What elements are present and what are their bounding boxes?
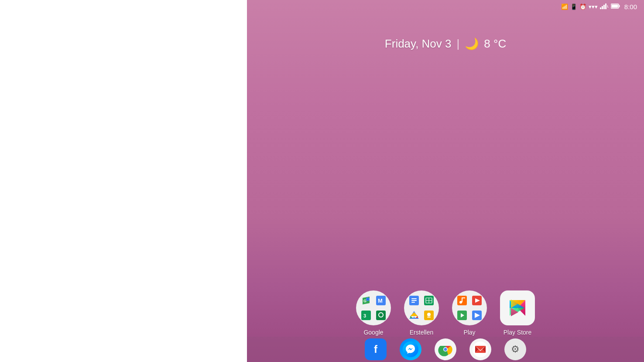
app-dock: G M 3 <box>247 290 644 336</box>
date-weather-widget: Friday, Nov 3 | 🌙 8 °C <box>247 37 644 51</box>
play-store-app[interactable]: Play Store <box>500 290 535 336</box>
svg-rect-20 <box>411 298 417 299</box>
bottom-dock: f <box>247 337 644 362</box>
status-icons: 📶 📱 ⏰ ▾▾▾ LTE <box>561 3 637 10</box>
svg-rect-0 <box>600 7 601 9</box>
play-movies-mini-icon <box>456 309 469 322</box>
svg-rect-6 <box>619 5 620 7</box>
svg-rect-7 <box>611 5 618 8</box>
svg-text:M: M <box>378 297 383 304</box>
play-store-label: Play Store <box>504 329 532 336</box>
play-label: Play <box>463 329 475 336</box>
vibrate-icon: 📱 <box>570 4 577 10</box>
svg-point-35 <box>427 313 431 316</box>
maps-full-icon: M <box>374 294 387 307</box>
google-icon[interactable]: G M 3 <box>356 290 391 325</box>
svg-text:3: 3 <box>363 313 366 318</box>
wifi-icon: ▾▾▾ <box>589 4 598 10</box>
drive-mini-icon <box>408 309 421 322</box>
erstellen-icon[interactable] <box>404 290 439 325</box>
left-panel <box>0 0 247 362</box>
erstellen-label: Erstellen <box>410 329 433 336</box>
svg-text:LTE: LTE <box>607 5 609 8</box>
keep-mini-icon <box>422 309 435 322</box>
play-music-mini-icon <box>456 294 469 307</box>
svg-rect-36 <box>427 317 431 318</box>
date-text: Friday, Nov 3 <box>385 37 452 51</box>
play-store-svg <box>505 296 530 320</box>
google-app[interactable]: G M 3 <box>356 290 391 336</box>
maps-mini-icon: G <box>360 294 373 307</box>
signal-icon: LTE <box>600 3 609 10</box>
svg-rect-21 <box>411 300 417 301</box>
gmail-dock-icon[interactable] <box>469 338 491 360</box>
chrome-dock-icon[interactable] <box>435 338 456 360</box>
settings-dock-icon[interactable]: ⚙ <box>504 338 526 360</box>
battery-icon <box>611 3 620 10</box>
alarm-icon: ⏰ <box>579 4 586 10</box>
facebook-dock-icon[interactable]: f <box>365 338 387 360</box>
status-time: 8:00 <box>624 3 637 10</box>
svg-point-11 <box>367 298 369 300</box>
svg-rect-2 <box>603 5 605 9</box>
phone-screen: 📶 📱 ⏰ ▾▾▾ LTE <box>247 0 644 362</box>
svg-point-18 <box>379 313 383 317</box>
svg-rect-22 <box>411 302 415 303</box>
weather-moon-icon: 🌙 <box>465 37 479 51</box>
messenger-dock-icon[interactable] <box>400 338 421 360</box>
svg-point-60 <box>444 348 447 351</box>
svg-rect-1 <box>602 6 603 9</box>
hangouts-mini-icon <box>374 309 387 322</box>
svg-marker-30 <box>410 312 418 316</box>
calendar-mini-icon: 3 <box>360 309 373 322</box>
play-games-mini-icon <box>470 294 483 307</box>
temperature-text: 8 °C <box>484 37 506 51</box>
play-icon[interactable] <box>452 290 487 325</box>
play-store-icon[interactable] <box>500 290 535 325</box>
weather-separator: | <box>457 37 460 51</box>
svg-rect-3 <box>605 3 606 9</box>
play-app[interactable]: Play <box>452 290 487 336</box>
svg-text:G: G <box>363 299 367 303</box>
google-label: Google <box>363 329 383 336</box>
erstellen-app[interactable]: Erstellen <box>404 290 439 336</box>
play-store-mini-icon <box>470 309 483 322</box>
bluetooth-icon: 📶 <box>561 4 568 10</box>
docs-mini-icon <box>408 294 421 307</box>
svg-rect-40 <box>462 297 465 298</box>
sheets-mini-icon <box>422 294 435 307</box>
status-bar: 📶 📱 ⏰ ▾▾▾ LTE <box>247 0 644 13</box>
